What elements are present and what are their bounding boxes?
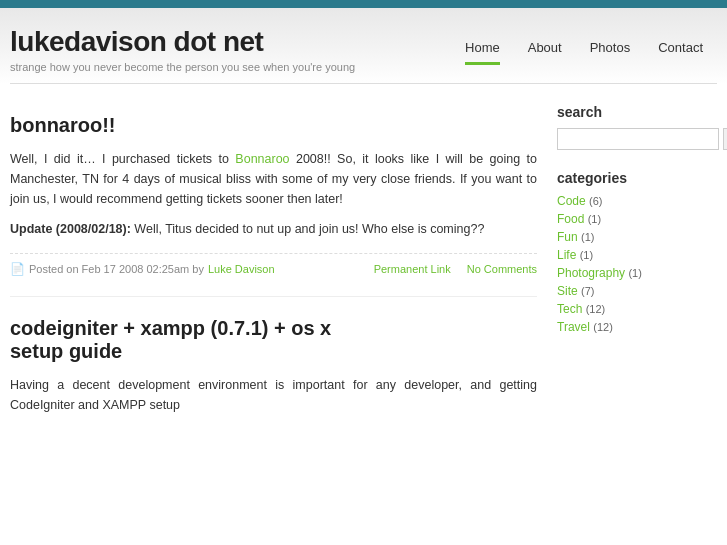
categories-section: categories Code (6)Food (1)Fun (1)Life (… [557,170,717,334]
post-update-bonnaroo: Update (2008/02/18): Well, Titus decided… [10,219,537,239]
category-item-food[interactable]: Food (1) [557,212,717,226]
search-title: search [557,104,717,120]
nav-item-photos[interactable]: Photos [576,34,644,61]
main-wrapper: bonnaroo!! Well, I did it… I purchased t… [0,84,727,455]
post-title-bonnaroo: bonnaroo!! [10,114,537,137]
search-form: Search [557,128,717,150]
site-tagline: strange how you never become the person … [10,61,451,73]
post-meta-links: Permanent Link No Comments [374,263,537,275]
category-item-travel[interactable]: Travel (12) [557,320,717,334]
categories-title: categories [557,170,717,186]
site-title: lukedavison dot net [10,26,451,58]
category-item-photography[interactable]: Photography (1) [557,266,717,280]
category-list: Code (6)Food (1)Fun (1)Life (1)Photograp… [557,194,717,334]
search-section: search Search [557,104,717,150]
category-item-fun[interactable]: Fun (1) [557,230,717,244]
post-date: Posted on Feb 17 2008 02:25am by [29,263,204,275]
permalink-link[interactable]: Permanent Link [374,263,451,275]
header: lukedavison dot net strange how you neve… [0,8,727,73]
content: bonnaroo!! Well, I did it… I purchased t… [10,94,537,435]
post-body-codeigniter: Having a decent development environment … [10,375,537,415]
nav: Home About Photos Contact [451,26,717,61]
comments-link[interactable]: No Comments [467,263,537,275]
nav-item-about[interactable]: About [514,34,576,61]
post-meta-icon: 📄 [10,262,25,276]
category-item-site[interactable]: Site (7) [557,284,717,298]
search-input[interactable] [557,128,719,150]
post-title-codeigniter: codeigniter + xampp (0.7.1) + os xsetup … [10,317,537,363]
category-item-tech[interactable]: Tech (12) [557,302,717,316]
site-title-area: lukedavison dot net strange how you neve… [10,26,451,73]
post-divider [10,296,537,297]
post-meta-bonnaroo: 📄 Posted on Feb 17 2008 02:25am by Luke … [10,253,537,276]
category-item-life[interactable]: Life (1) [557,248,717,262]
post-author-link[interactable]: Luke Davison [208,263,275,275]
post-body-bonnaroo: Well, I did it… I purchased tickets to B… [10,149,537,209]
category-item-code[interactable]: Code (6) [557,194,717,208]
bonnaroo-link[interactable]: Bonnaroo [235,152,289,166]
post-bonnaroo: bonnaroo!! Well, I did it… I purchased t… [10,114,537,276]
search-button[interactable]: Search [723,128,727,150]
sidebar: search Search categories Code (6)Food (1… [557,94,717,435]
top-bar [0,0,727,8]
header-wrapper: lukedavison dot net strange how you neve… [0,8,727,84]
nav-item-contact[interactable]: Contact [644,34,717,61]
post-codeigniter: codeigniter + xampp (0.7.1) + os xsetup … [10,317,537,415]
nav-item-home[interactable]: Home [451,34,514,61]
